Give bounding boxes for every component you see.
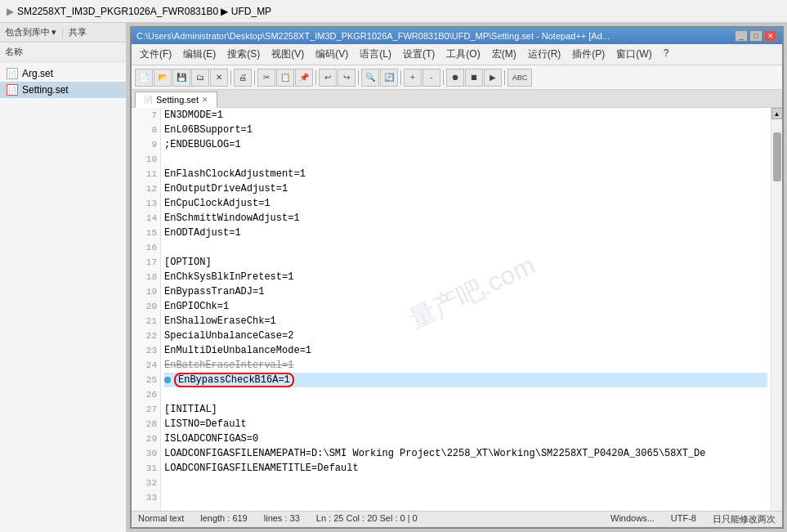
close-btn[interactable]: ✕ [764,30,777,42]
status-extra: 日只能修改两次 [713,513,776,525]
toolbar-paste[interactable]: 📌 [295,69,313,87]
status-length: length : 619 [200,513,248,525]
sidebar-file-setting[interactable]: → 📄 Setting.set [0,82,126,98]
toolbar-undo[interactable]: ↩ [319,69,337,87]
include-to-library-btn[interactable]: 包含到库中 ▾ [5,26,56,38]
line-number-24: 24 [132,358,160,373]
menu-encoding[interactable]: 编码(V) [311,46,353,63]
menu-edit[interactable]: 编辑(E) [178,46,221,63]
toolbar-sep-6 [443,70,444,85]
breadcrumb-bar: ▶ SM2258XT_IM3D_PKGR1026A_FWR0831B0 ▶ UF… [0,0,787,23]
code-line-12: EnOutputDriveAdjust=1 [164,181,767,196]
line-number-33: 33 [132,490,160,505]
code-line-23: EnMultiDieUnbalanceMode=1 [164,343,767,358]
code-line-32 [164,476,767,490]
line-number-22: 22 [132,329,160,343]
menu-search[interactable]: 搜索(S) [222,46,265,63]
menu-help[interactable]: ? [659,46,674,63]
sidebar-file-arg[interactable]: 📄 Arg.set [0,65,126,82]
code-line-14: EnSchmittWindowAdjust=1 [164,211,767,226]
toolbar-sep-2 [254,70,255,85]
npp-tabbar: 📄 Setting.set ✕ [132,90,782,108]
toolbar-save-all[interactable]: 🗂 [191,69,209,87]
toolbar-open[interactable]: 📂 [154,69,172,87]
toolbar-replace[interactable]: 🔄 [380,69,398,87]
sidebar: 包含到库中 ▾ | 共享 名称 📄 Arg.set → 📄 Setting.se… [0,23,127,532]
npp-toolbar: 📄 📂 💾 🗂 ✕ 🖨 ✂ 📋 📌 ↩ ↪ 🔍 🔄 + - [132,65,782,90]
toolbar-macro-stop[interactable]: ⏹ [465,69,483,87]
line-number-26: 26 [132,387,160,402]
menu-tools[interactable]: 工具(O) [441,46,485,63]
menu-run[interactable]: 运行(R) [523,46,566,63]
circle-highlight-text: EnBypassCheckB16A=1 [174,373,294,387]
line-number-16: 16 [132,240,160,255]
share-btn[interactable]: 共享 [69,26,87,38]
toolbar-cut[interactable]: ✂ [257,69,275,87]
toolbar-redo[interactable]: ↪ [338,69,355,87]
line-number-21: 21 [132,314,160,329]
toolbar-find[interactable]: 🔍 [361,69,379,87]
editor-area: C:\Users\Administrator\Desktop\SM2258XT_… [127,23,787,532]
editor-scrollbar[interactable]: ▲ [771,108,782,511]
file-icon-setting: 📄 [7,84,18,96]
npp-editor[interactable]: 7891011121314151617181920212223242526272… [132,108,782,511]
toolbar-print[interactable]: 🖨 [234,69,252,87]
code-line-20: EnGPIOChk=1 [164,299,767,314]
toolbar-macro-play[interactable]: ▶ [484,69,502,87]
tab-setting-set[interactable]: 📄 Setting.set ✕ [135,92,217,108]
line-number-10: 10 [132,152,160,167]
toolbar-abc[interactable]: ABC [508,69,532,87]
code-line-31: LOADCONFIGASFILENAMETITLE=Default [164,461,767,476]
toolbar-new[interactable]: 📄 [135,69,153,87]
line-number-12: 12 [132,181,160,196]
status-encoding: UTF-8 [671,513,696,525]
menu-settings[interactable]: 设置(T) [398,46,440,63]
line-number-17: 17 [132,255,160,270]
line-number-11: 11 [132,167,160,181]
code-line-22: SpecialUnbalanceCase=2 [164,329,767,343]
scrollbar-thumb[interactable] [773,132,781,181]
menu-macro[interactable]: 宏(M) [487,46,521,63]
line-number-28: 28 [132,417,160,431]
menu-language[interactable]: 语言(L) [355,46,396,63]
line-number-9: 9 [132,137,160,152]
tab-file-icon: 📄 [144,96,153,104]
tab-close-btn[interactable]: ✕ [202,96,208,104]
menu-window[interactable]: 窗口(W) [611,46,656,63]
npp-menubar: 文件(F) 编辑(E) 搜索(S) 视图(V) 编码(V) 语言(L) 设置(T… [132,44,782,65]
menu-plugins[interactable]: 插件(P) [567,46,610,63]
line-number-32: 32 [132,476,160,490]
scrollbar-up-btn[interactable]: ▲ [771,108,783,119]
code-line-27: [INITIAL] [164,402,767,417]
code-line-11: EnFlashClockAdjustment=1 [164,167,767,181]
status-position: Ln : 25 Col : 20 Sel : 0 | 0 [316,513,418,525]
editor-content[interactable]: EN3DMODE=1EnL06BSupport=1;ENDEBUGLOG=1En… [161,108,771,511]
breadcrumb-icon: ▶ [7,6,14,17]
toolbar-macro-rec[interactable]: ⏺ [446,69,464,87]
line-number-18: 18 [132,270,160,284]
code-line-8: EnL06BSupport=1 [164,123,767,137]
menu-file[interactable]: 文件(F) [135,46,177,63]
code-line-25: EnBypassCheckB16A=1 [164,373,767,387]
code-line-16 [164,240,767,255]
npp-titlebar: C:\Users\Administrator\Desktop\SM2258XT_… [132,28,782,44]
toolbar-save[interactable]: 💾 [172,69,190,87]
toolbar-zoom-out[interactable]: - [423,69,440,87]
maximize-btn[interactable]: □ [749,30,762,42]
toolbar-sep-7 [504,70,505,85]
toolbar-zoom-in[interactable]: + [404,69,422,87]
status-os: Windows... [610,513,655,525]
tab-label: Setting.set [156,95,199,105]
line-number-14: 14 [132,211,160,226]
line-number-31: 31 [132,461,160,476]
line-number-25: 25 [132,373,160,387]
current-line-dot [164,377,171,383]
toolbar-close[interactable]: ✕ [210,69,228,87]
npp-statusbar: Normal text length : 619 lines : 33 Ln :… [132,511,782,527]
code-line-28: LISTNO=Default [164,417,767,431]
code-line-21: EnShallowEraseChk=1 [164,314,767,329]
menu-view[interactable]: 视图(V) [266,46,309,63]
minimize-btn[interactable]: _ [735,30,748,42]
code-line-33 [164,490,767,505]
toolbar-copy[interactable]: 📋 [276,69,294,87]
